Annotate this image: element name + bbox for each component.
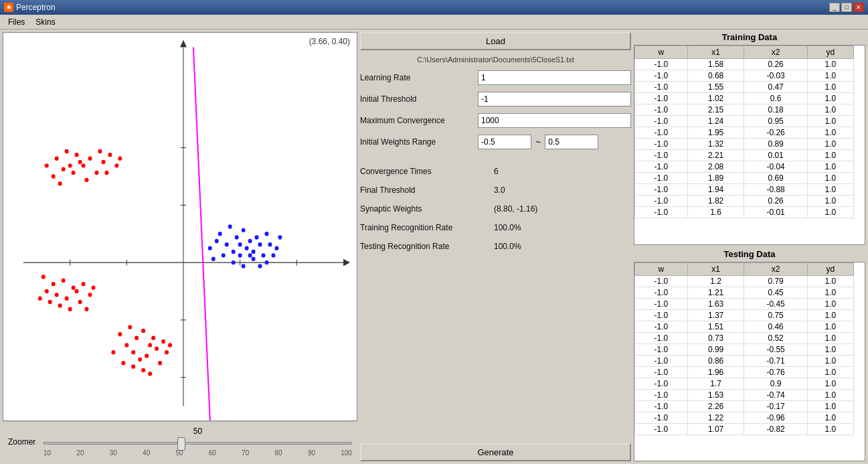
final-threshold-label: Final Threshold [360,185,494,195]
title-bar: ★ Perceptron _ □ ✕ [0,0,868,15]
svg-point-18 [52,174,56,178]
svg-point-25 [85,178,89,182]
zoomer-label: Zoomer [8,437,38,447]
svg-point-44 [78,300,82,304]
synaptic-weights-row: Synaptic Weights (8.80, -1.16) [360,202,631,216]
table-row: -1.01.20.791.0 [635,275,854,287]
training-col-yd: yd [807,46,853,59]
svg-point-54 [131,350,135,354]
svg-point-90 [271,253,275,257]
learning-rate-input[interactable] [478,70,631,85]
maximize-button[interactable]: □ [841,3,852,12]
svg-point-92 [274,246,278,250]
table-row: -1.01.210.451.0 [635,287,854,298]
svg-point-68 [148,372,152,376]
close-button[interactable]: ✕ [853,3,864,12]
table-row: -1.01.320.891.0 [635,139,854,150]
table-row: -1.01.63-0.451.0 [635,298,854,309]
training-recognition-label: Training Recognition Rate [360,223,494,232]
zoom-slider[interactable] [44,437,352,449]
svg-point-27 [108,153,112,157]
right-panel: Training Data w x1 x2 yd -1. [634,32,865,461]
testing-data-title: Testing Data [634,249,865,259]
svg-point-64 [111,350,115,354]
load-button[interactable]: Load [360,32,631,50]
tilde-separator: ~ [535,137,541,147]
svg-point-50 [128,325,132,329]
max-convergence-row: Maximum Convergence [360,112,631,129]
training-recognition-value: 100.0% [494,223,521,232]
svg-point-67 [168,343,172,347]
generate-button[interactable]: Generate [360,443,631,461]
svg-point-43 [68,307,72,311]
testing-col-yd: yd [807,262,853,275]
svg-point-20 [82,163,86,167]
svg-point-13 [65,149,69,153]
svg-point-83 [208,246,212,250]
svg-point-28 [114,163,118,167]
svg-point-89 [268,242,272,246]
svg-point-32 [41,275,46,279]
testing-recognition-value: 100.0% [494,242,521,251]
testing-data-table: w x1 x2 yd -1.01.20.791.0-1.01.210.451.0… [634,262,854,435]
svg-point-81 [265,232,269,236]
learning-rate-label: Learning Rate [360,73,474,82]
svg-point-15 [68,163,72,167]
testing-col-w: w [635,262,688,275]
svg-point-22 [88,156,92,160]
convergence-times-row: Convergence Times 6 [360,164,631,179]
menu-files[interactable]: Files [3,16,30,28]
svg-point-36 [55,293,59,297]
app-title: Perceptron [16,3,56,12]
svg-point-21 [58,181,62,185]
svg-rect-0 [3,33,357,420]
weights-to-input[interactable] [545,135,598,149]
svg-point-29 [104,171,108,175]
menu-skins[interactable]: Skins [30,16,60,28]
table-row: -1.01.96-0.761.0 [635,366,854,378]
svg-point-45 [88,293,92,297]
table-row: -1.00.86-0.711.0 [635,355,854,366]
weights-from-input[interactable] [478,135,531,149]
table-row: -1.02.150.181.0 [635,104,854,116]
svg-point-74 [232,250,236,254]
table-row: -1.01.370.751.0 [635,309,854,321]
convergence-times-value: 6 [494,167,499,176]
middle-panel: Load C:\Users\Administrator\Documents\5C… [360,32,631,461]
max-convergence-input[interactable] [478,113,631,128]
table-row: -1.00.99-0.551.0 [635,343,854,355]
svg-point-56 [148,343,152,347]
initial-threshold-input[interactable] [478,92,631,106]
svg-point-14 [75,153,79,157]
table-row: -1.01.890.691.0 [635,173,854,184]
svg-point-61 [121,361,125,365]
table-row: -1.00.68-0.031.0 [635,70,854,82]
svg-point-80 [258,242,262,246]
max-convergence-label: Maximum Convergence [360,116,474,125]
table-row: -1.01.240.951.0 [635,116,854,127]
table-row: -1.02.08-0.041.0 [635,161,854,173]
svg-point-88 [248,253,252,257]
svg-point-42 [48,300,52,304]
spacer [360,155,631,160]
main-content: (3.66, 0.40) [0,29,868,464]
table-row: -1.02.210.011.0 [635,150,854,161]
svg-point-12 [55,156,59,160]
svg-point-49 [118,332,122,336]
minimize-button[interactable]: _ [829,3,840,12]
svg-point-55 [138,358,142,362]
svg-point-97 [232,260,236,264]
middle-spacer [360,258,631,439]
svg-point-76 [238,253,242,257]
table-row: -1.01.70.91.0 [635,378,854,389]
synaptic-weights-label: Synaptic Weights [360,204,494,214]
svg-point-62 [131,364,135,368]
svg-point-33 [52,282,56,286]
svg-point-58 [151,335,155,339]
svg-point-59 [155,347,159,351]
table-row: -1.01.580.261.0 [635,59,854,70]
svg-point-96 [242,264,246,268]
svg-point-82 [262,253,266,257]
svg-point-35 [72,285,76,289]
svg-point-69 [218,232,222,236]
